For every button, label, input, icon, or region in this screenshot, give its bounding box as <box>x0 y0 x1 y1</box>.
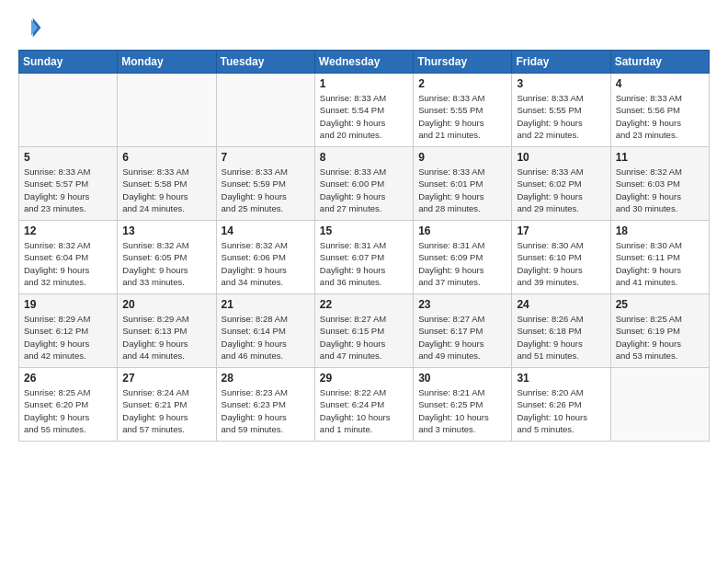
day-number: 11 <box>616 151 704 164</box>
day-info: Sunrise: 8:33 AM Sunset: 6:02 PM Dayligh… <box>517 166 605 214</box>
weekday-header-wednesday: Wednesday <box>314 51 413 74</box>
calendar-cell: 9Sunrise: 8:33 AM Sunset: 6:01 PM Daylig… <box>414 147 512 221</box>
day-info: Sunrise: 8:32 AM Sunset: 6:03 PM Dayligh… <box>616 166 704 214</box>
calendar-cell: 23Sunrise: 8:27 AM Sunset: 6:17 PM Dayli… <box>414 294 512 368</box>
calendar-cell: 10Sunrise: 8:33 AM Sunset: 6:02 PM Dayli… <box>512 147 610 221</box>
calendar-cell <box>216 74 314 147</box>
day-number: 4 <box>616 77 704 90</box>
calendar-cell: 16Sunrise: 8:31 AM Sunset: 6:09 PM Dayli… <box>414 221 512 294</box>
calendar-cell: 2Sunrise: 8:33 AM Sunset: 5:55 PM Daylig… <box>414 74 512 147</box>
day-info: Sunrise: 8:32 AM Sunset: 6:04 PM Dayligh… <box>24 239 112 288</box>
calendar-cell: 19Sunrise: 8:29 AM Sunset: 6:12 PM Dayli… <box>19 294 118 368</box>
calendar-cell: 24Sunrise: 8:26 AM Sunset: 6:18 PM Dayli… <box>512 294 610 368</box>
calendar-cell: 31Sunrise: 8:20 AM Sunset: 6:26 PM Dayli… <box>512 368 610 442</box>
day-number: 21 <box>222 298 310 311</box>
calendar-cell: 27Sunrise: 8:24 AM Sunset: 6:21 PM Dayli… <box>118 368 216 442</box>
day-info: Sunrise: 8:32 AM Sunset: 6:06 PM Dayligh… <box>222 239 310 288</box>
calendar-cell: 17Sunrise: 8:30 AM Sunset: 6:10 PM Dayli… <box>512 221 610 294</box>
day-number: 17 <box>517 224 605 237</box>
day-info: Sunrise: 8:33 AM Sunset: 5:55 PM Dayligh… <box>517 92 605 141</box>
day-number: 8 <box>320 151 408 164</box>
week-row-5: 26Sunrise: 8:25 AM Sunset: 6:20 PM Dayli… <box>19 368 710 442</box>
logo <box>18 15 48 40</box>
calendar-cell: 18Sunrise: 8:30 AM Sunset: 6:11 PM Dayli… <box>610 221 709 294</box>
week-row-2: 5Sunrise: 8:33 AM Sunset: 5:57 PM Daylig… <box>19 147 710 221</box>
day-info: Sunrise: 8:31 AM Sunset: 6:09 PM Dayligh… <box>418 239 506 288</box>
calendar-cell: 29Sunrise: 8:22 AM Sunset: 6:24 PM Dayli… <box>314 368 413 442</box>
day-info: Sunrise: 8:28 AM Sunset: 6:14 PM Dayligh… <box>222 313 310 362</box>
day-number: 26 <box>24 372 112 385</box>
day-number: 14 <box>222 224 310 237</box>
day-number: 25 <box>616 298 704 311</box>
calendar-cell: 8Sunrise: 8:33 AM Sunset: 6:00 PM Daylig… <box>314 147 413 221</box>
day-number: 18 <box>616 224 704 237</box>
day-number: 16 <box>418 224 506 237</box>
day-info: Sunrise: 8:20 AM Sunset: 6:26 PM Dayligh… <box>517 386 605 435</box>
calendar-cell: 28Sunrise: 8:23 AM Sunset: 6:23 PM Dayli… <box>216 368 314 442</box>
day-number: 12 <box>24 224 112 237</box>
calendar-cell: 4Sunrise: 8:33 AM Sunset: 5:56 PM Daylig… <box>610 74 709 147</box>
day-info: Sunrise: 8:25 AM Sunset: 6:19 PM Dayligh… <box>616 313 704 362</box>
week-row-3: 12Sunrise: 8:32 AM Sunset: 6:04 PM Dayli… <box>19 221 710 294</box>
day-number: 23 <box>418 298 506 311</box>
calendar-cell <box>19 74 118 147</box>
weekday-header-friday: Friday <box>512 51 610 74</box>
day-info: Sunrise: 8:30 AM Sunset: 6:10 PM Dayligh… <box>517 239 605 288</box>
day-info: Sunrise: 8:31 AM Sunset: 6:07 PM Dayligh… <box>320 239 408 288</box>
day-info: Sunrise: 8:22 AM Sunset: 6:24 PM Dayligh… <box>320 386 408 435</box>
day-info: Sunrise: 8:24 AM Sunset: 6:21 PM Dayligh… <box>122 386 210 435</box>
day-number: 1 <box>320 77 408 90</box>
day-info: Sunrise: 8:33 AM Sunset: 5:55 PM Dayligh… <box>418 92 506 141</box>
calendar-cell <box>610 368 709 442</box>
day-number: 22 <box>320 298 408 311</box>
calendar-cell: 14Sunrise: 8:32 AM Sunset: 6:06 PM Dayli… <box>216 221 314 294</box>
calendar-cell: 5Sunrise: 8:33 AM Sunset: 5:57 PM Daylig… <box>19 147 118 221</box>
day-info: Sunrise: 8:29 AM Sunset: 6:12 PM Dayligh… <box>24 313 112 362</box>
day-number: 30 <box>418 372 506 385</box>
day-number: 3 <box>517 77 605 90</box>
day-number: 10 <box>517 151 605 164</box>
day-info: Sunrise: 8:30 AM Sunset: 6:11 PM Dayligh… <box>616 239 704 288</box>
day-number: 27 <box>122 372 210 385</box>
calendar-cell: 30Sunrise: 8:21 AM Sunset: 6:25 PM Dayli… <box>414 368 512 442</box>
day-number: 7 <box>222 151 310 164</box>
day-number: 19 <box>24 298 112 311</box>
calendar-cell: 1Sunrise: 8:33 AM Sunset: 5:54 PM Daylig… <box>314 74 413 147</box>
day-number: 29 <box>320 372 408 385</box>
day-number: 31 <box>517 372 605 385</box>
calendar-table: SundayMondayTuesdayWednesdayThursdayFrid… <box>18 50 710 442</box>
day-number: 2 <box>418 77 506 90</box>
day-info: Sunrise: 8:27 AM Sunset: 6:17 PM Dayligh… <box>418 313 506 362</box>
calendar-cell: 22Sunrise: 8:27 AM Sunset: 6:15 PM Dayli… <box>314 294 413 368</box>
calendar-cell: 7Sunrise: 8:33 AM Sunset: 5:59 PM Daylig… <box>216 147 314 221</box>
day-info: Sunrise: 8:33 AM Sunset: 5:54 PM Dayligh… <box>320 92 408 141</box>
day-number: 28 <box>222 372 310 385</box>
calendar-cell: 13Sunrise: 8:32 AM Sunset: 6:05 PM Dayli… <box>118 221 216 294</box>
weekday-header-monday: Monday <box>118 51 216 74</box>
week-row-4: 19Sunrise: 8:29 AM Sunset: 6:12 PM Dayli… <box>19 294 710 368</box>
day-info: Sunrise: 8:27 AM Sunset: 6:15 PM Dayligh… <box>320 313 408 362</box>
day-info: Sunrise: 8:33 AM Sunset: 6:00 PM Dayligh… <box>320 166 408 214</box>
week-row-1: 1Sunrise: 8:33 AM Sunset: 5:54 PM Daylig… <box>19 74 710 147</box>
day-info: Sunrise: 8:33 AM Sunset: 5:59 PM Dayligh… <box>222 166 310 214</box>
day-info: Sunrise: 8:21 AM Sunset: 6:25 PM Dayligh… <box>418 386 506 435</box>
calendar-page: SundayMondayTuesdayWednesdayThursdayFrid… <box>0 0 728 563</box>
calendar-cell: 12Sunrise: 8:32 AM Sunset: 6:04 PM Dayli… <box>19 221 118 294</box>
header <box>18 15 710 40</box>
calendar-cell <box>118 74 216 147</box>
weekday-header-sunday: Sunday <box>19 51 118 74</box>
calendar-cell: 25Sunrise: 8:25 AM Sunset: 6:19 PM Dayli… <box>610 294 709 368</box>
day-info: Sunrise: 8:25 AM Sunset: 6:20 PM Dayligh… <box>24 386 112 435</box>
weekday-header-saturday: Saturday <box>610 51 709 74</box>
day-info: Sunrise: 8:33 AM Sunset: 5:57 PM Dayligh… <box>24 166 112 214</box>
day-info: Sunrise: 8:33 AM Sunset: 6:01 PM Dayligh… <box>418 166 506 214</box>
weekday-header-row: SundayMondayTuesdayWednesdayThursdayFrid… <box>19 51 710 74</box>
day-number: 6 <box>122 151 210 164</box>
calendar-cell: 6Sunrise: 8:33 AM Sunset: 5:58 PM Daylig… <box>118 147 216 221</box>
calendar-cell: 21Sunrise: 8:28 AM Sunset: 6:14 PM Dayli… <box>216 294 314 368</box>
calendar-cell: 26Sunrise: 8:25 AM Sunset: 6:20 PM Dayli… <box>19 368 118 442</box>
day-number: 5 <box>24 151 112 164</box>
day-number: 9 <box>418 151 506 164</box>
day-info: Sunrise: 8:32 AM Sunset: 6:05 PM Dayligh… <box>122 239 210 288</box>
calendar-cell: 20Sunrise: 8:29 AM Sunset: 6:13 PM Dayli… <box>118 294 216 368</box>
